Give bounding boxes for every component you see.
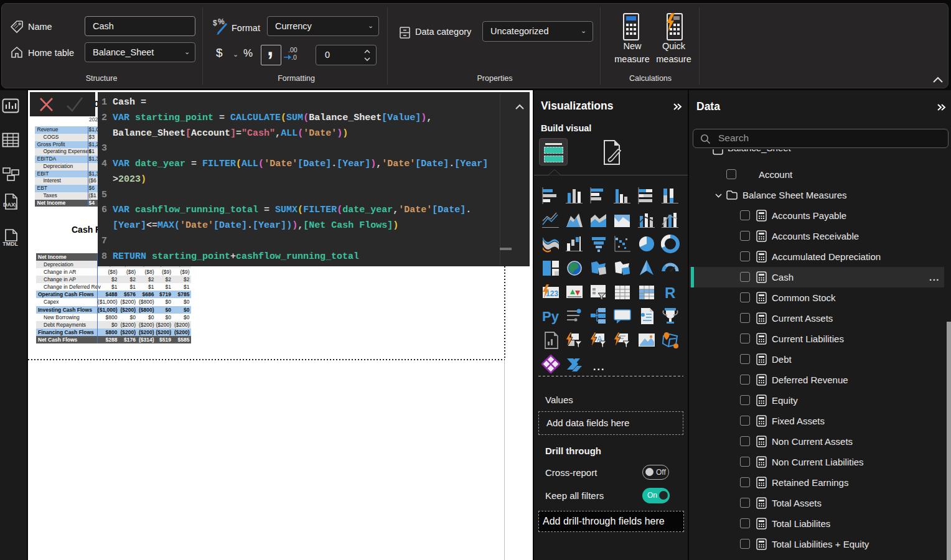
svg-text:R: R <box>665 284 675 301</box>
svg-text:Py: Py <box>542 309 560 324</box>
svg-text:DAX: DAX <box>3 202 15 208</box>
svg-text:): ) <box>14 202 16 209</box>
svg-text:TMDL: TMDL <box>2 241 18 247</box>
